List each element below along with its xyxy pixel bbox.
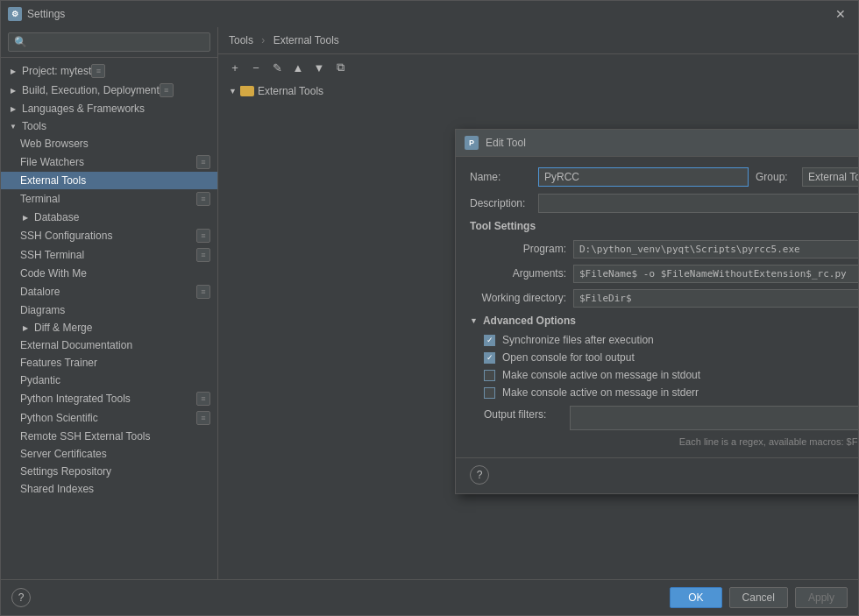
dialog-title-bar: P Edit Tool ✕ xyxy=(456,130,858,157)
stderr-checkbox[interactable] xyxy=(484,387,495,399)
output-filters-row: Output filters: ⛶ xyxy=(470,406,858,433)
app-icon: ⚙ xyxy=(8,7,22,21)
tree-arrow-build: ▶ xyxy=(8,85,18,96)
sidebar-item-label: Languages & Frameworks xyxy=(22,103,145,115)
cancel-button[interactable]: Cancel xyxy=(729,587,788,608)
sidebar-item-label: External Documentation xyxy=(20,339,132,351)
sidebar-item-label: Python Integrated Tools xyxy=(20,393,131,405)
sidebar-item-ssh-terminal[interactable]: SSH Terminal ≡ xyxy=(1,245,217,265)
working-dir-row: Working directory: + 📁 xyxy=(470,288,858,308)
sidebar-item-ssh-configurations[interactable]: SSH Configurations ≡ xyxy=(1,226,217,245)
console-row: Open console for tool output xyxy=(470,351,858,364)
console-checkbox[interactable] xyxy=(484,352,495,364)
tree-arrow-diff: ▶ xyxy=(20,322,31,333)
sidebar-item-database[interactable]: ▶ Database xyxy=(1,209,217,226)
arguments-label: Arguments: xyxy=(470,267,566,280)
sidebar-item-diff-merge[interactable]: ▶ Diff & Merge xyxy=(1,319,217,336)
tree-arrow-languages: ▶ xyxy=(8,103,18,114)
window-close-button[interactable]: ✕ xyxy=(830,5,851,23)
sidebar-item-label: Settings Repository xyxy=(20,465,111,478)
badge: ≡ xyxy=(196,411,210,425)
external-tools-group-row[interactable]: ▼ External Tools xyxy=(225,82,851,100)
badge: ≡ xyxy=(196,392,210,406)
toolbar: + − ✎ ▲ ▼ ⧉ xyxy=(218,54,858,81)
group-select-wrap: External Tools xyxy=(802,167,858,187)
sidebar-item-web-browsers[interactable]: Web Browsers xyxy=(1,135,217,152)
arguments-input[interactable] xyxy=(573,265,858,283)
sidebar-item-external-tools[interactable]: External Tools xyxy=(1,172,217,189)
badge: ≡ xyxy=(160,83,174,97)
console-label: Open console for tool output xyxy=(502,351,635,364)
sidebar-item-label: Code With Me xyxy=(20,267,87,280)
help-button[interactable]: ? xyxy=(11,588,31,607)
bottom-bar: ? OK Cancel Apply xyxy=(1,579,858,615)
sidebar-item-server-certificates[interactable]: Server Certificates xyxy=(1,445,217,463)
description-input[interactable] xyxy=(538,194,858,213)
sidebar-item-settings-repository[interactable]: Settings Repository xyxy=(1,463,217,480)
hint-text: Each line is a regex, available macros: … xyxy=(470,436,858,447)
tree-arrow-project: ▶ xyxy=(8,66,18,76)
move-up-button[interactable]: ▲ xyxy=(288,58,308,77)
move-down-button[interactable]: ▼ xyxy=(309,58,329,77)
collapse-arrow: ▼ xyxy=(229,87,237,96)
dialog-footer: ? OK Cancel xyxy=(456,457,858,493)
sidebar-item-remote-ssh[interactable]: Remote SSH External Tools xyxy=(1,428,217,445)
window-title: Settings xyxy=(27,8,830,20)
advanced-options-header[interactable]: ▼ Advanced Options xyxy=(470,315,858,327)
group-select[interactable]: External Tools xyxy=(802,167,858,187)
dialog-title: Edit Tool xyxy=(486,137,858,149)
settings-window: ⚙ Settings ✕ ▶ Project: mytest ≡ ▶ Build… xyxy=(0,0,859,616)
sync-checkbox[interactable] xyxy=(484,335,495,346)
sidebar-item-python-integrated[interactable]: Python Integrated Tools ≡ xyxy=(1,389,217,408)
arguments-row: Arguments: + ⛶ xyxy=(470,264,858,283)
stderr-row: Make console active on message in stderr xyxy=(470,386,858,399)
name-input[interactable] xyxy=(538,167,749,187)
title-bar: ⚙ Settings ✕ xyxy=(1,1,858,27)
content-area: ▶ Project: mytest ≡ ▶ Build, Execution, … xyxy=(1,27,858,579)
breadcrumb: Tools › External Tools xyxy=(218,27,858,54)
sidebar-item-languages[interactable]: ▶ Languages & Frameworks xyxy=(1,100,217,117)
external-tools-label: External Tools xyxy=(258,85,323,97)
add-button[interactable]: + xyxy=(225,58,245,77)
sidebar-item-project[interactable]: ▶ Project: mytest ≡ xyxy=(1,61,217,81)
description-label: Description: xyxy=(470,197,531,209)
sidebar-item-label: SSH Terminal xyxy=(20,249,84,261)
program-row: Program: + 📁 xyxy=(470,239,858,258)
ok-button[interactable]: OK xyxy=(670,587,721,608)
sidebar-item-pydantic[interactable]: Pydantic xyxy=(1,372,217,389)
sidebar-item-label: Server Certificates xyxy=(20,448,107,460)
program-input[interactable] xyxy=(573,240,858,258)
stdout-row: Make console active on message in stdout xyxy=(470,369,858,381)
output-filters-input[interactable] xyxy=(570,406,858,430)
sidebar-item-shared-indexes[interactable]: Shared Indexes xyxy=(1,480,217,498)
remove-button[interactable]: − xyxy=(246,58,266,77)
sidebar-item-tools[interactable]: ▼ Tools xyxy=(1,117,217,135)
sidebar-item-label: Database xyxy=(34,211,79,223)
advanced-options-label: Advanced Options xyxy=(483,315,576,327)
badge: ≡ xyxy=(196,248,210,262)
sidebar-item-features-trainer[interactable]: Features Trainer xyxy=(1,354,217,372)
working-dir-input[interactable] xyxy=(573,289,858,308)
sidebar-item-diagrams[interactable]: Diagrams xyxy=(1,301,217,319)
edit-button[interactable]: ✎ xyxy=(267,58,287,77)
sidebar-item-label: Python Scientific xyxy=(20,412,98,424)
sidebar-item-python-scientific[interactable]: Python Scientific ≡ xyxy=(1,408,217,428)
apply-button[interactable]: Apply xyxy=(795,587,848,608)
copy-button[interactable]: ⧉ xyxy=(330,58,350,77)
sidebar-item-code-with-me[interactable]: Code With Me xyxy=(1,265,217,282)
sidebar-item-label: Terminal xyxy=(20,193,60,205)
sidebar-item-external-documentation[interactable]: External Documentation xyxy=(1,336,217,354)
sidebar-item-datalore[interactable]: Datalore ≡ xyxy=(1,282,217,301)
sidebar-item-file-watchers[interactable]: File Watchers ≡ xyxy=(1,152,217,172)
sidebar-item-build[interactable]: ▶ Build, Execution, Deployment ≡ xyxy=(1,81,217,100)
name-group-row: Name: Group: External Tools xyxy=(470,167,858,187)
dialog-help-button[interactable]: ? xyxy=(470,465,489,485)
search-input[interactable] xyxy=(8,32,210,52)
badge: ≡ xyxy=(196,229,210,243)
stderr-label: Make console active on message in stderr xyxy=(502,386,699,399)
external-tools-list: ▼ External Tools xyxy=(218,81,858,102)
sidebar-item-terminal[interactable]: Terminal ≡ xyxy=(1,189,217,209)
stdout-checkbox[interactable] xyxy=(484,370,495,381)
sidebar-item-label: Web Browsers xyxy=(20,138,89,150)
sidebar-item-label: Datalore xyxy=(20,286,60,298)
